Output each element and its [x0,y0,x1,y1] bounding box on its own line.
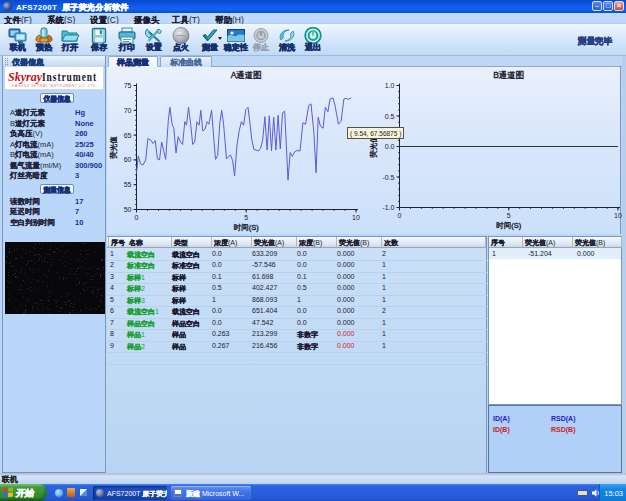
svg-text:10: 10 [352,214,360,221]
svg-text:B通道图: B通道图 [493,70,524,80]
svg-text:时间(S): 时间(S) [234,223,260,232]
svg-text:-1.0: -1.0 [382,204,394,211]
svg-text:A通道图: A通道图 [231,70,262,80]
svg-text:55: 55 [124,181,132,188]
svg-text:5: 5 [244,214,248,221]
svg-text:65: 65 [124,132,132,139]
svg-text:10: 10 [614,212,622,219]
svg-text:1.0: 1.0 [385,82,395,89]
svg-text:时间(S): 时间(S) [496,221,522,230]
svg-text:荧光值: 荧光值 [109,136,118,159]
svg-text:5: 5 [507,212,511,219]
svg-text:-0.5: -0.5 [382,174,394,181]
svg-text:70: 70 [124,107,132,114]
svg-text:( 9.54, 67.56875 ): ( 9.54, 67.56875 ) [350,130,401,138]
svg-text:0.5: 0.5 [385,113,395,120]
svg-text:0: 0 [135,214,139,221]
svg-text:0.0: 0.0 [385,143,395,150]
svg-text:75: 75 [124,82,132,89]
svg-text:60: 60 [124,156,132,163]
svg-text:50: 50 [124,206,132,213]
svg-text:0: 0 [398,212,402,219]
